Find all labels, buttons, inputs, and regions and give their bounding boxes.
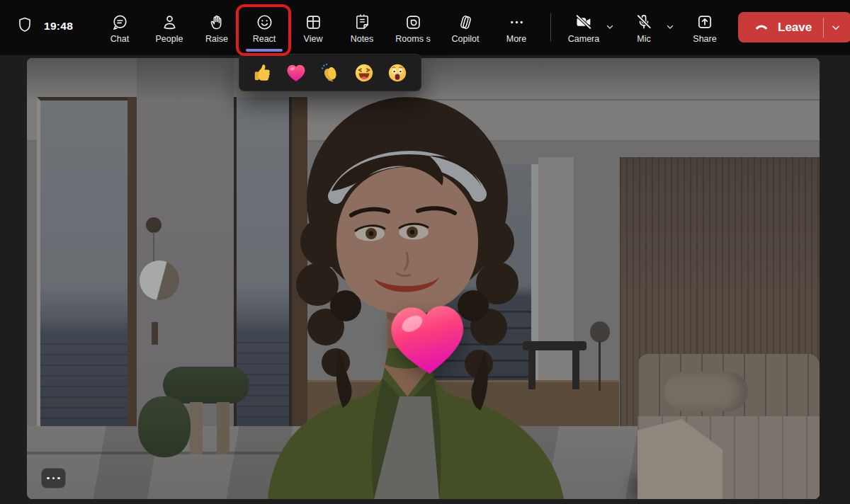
meeting-timer: 19:48 <box>44 20 73 33</box>
wall-art-cord <box>153 232 154 262</box>
sofa-arm-cushion <box>664 372 748 411</box>
more-ellipsis-icon <box>507 11 526 33</box>
lounge-chair-leg <box>190 402 203 454</box>
raise-hand-button[interactable]: Raise <box>194 0 239 55</box>
copilot-label: Copilot <box>452 34 480 44</box>
react-button[interactable]: React <box>239 0 289 55</box>
people-icon <box>160 11 179 33</box>
meeting-toolbar: 19:48 Chat People Raise <box>0 0 850 55</box>
participant-video-tile <box>27 58 820 499</box>
raise-hand-icon <box>208 11 227 33</box>
view-label: View <box>304 34 323 44</box>
clap-emoji[interactable] <box>319 62 341 84</box>
share-icon <box>695 11 715 33</box>
teams-meeting-window: 19:48 Chat People Raise <box>0 0 850 504</box>
dot <box>52 477 55 480</box>
chat-button[interactable]: Chat <box>95 0 144 55</box>
window-wood-trim <box>128 97 137 454</box>
wall-art-disc <box>140 260 179 300</box>
view-button[interactable]: View <box>289 0 337 55</box>
reactions-popup <box>239 54 421 91</box>
react-active-underline <box>246 49 283 52</box>
shield-icon <box>16 16 34 37</box>
camera-label: Camera <box>568 34 599 44</box>
share-button[interactable]: Share <box>684 0 725 55</box>
window-left <box>37 97 128 454</box>
notes-button[interactable]: Notes <box>337 0 387 55</box>
surprised-emoji[interactable] <box>387 62 408 84</box>
copilot-icon <box>456 11 475 33</box>
mic-button[interactable]: Mic <box>623 0 664 55</box>
sofa <box>638 354 820 499</box>
leave-button[interactable]: Leave <box>738 12 850 42</box>
rooms-button[interactable]: Rooms s <box>387 0 439 55</box>
tile-more-options-button[interactable] <box>41 468 66 488</box>
mic-muted-icon <box>634 11 654 33</box>
camera-button[interactable]: Camera <box>563 0 604 55</box>
react-smiley-icon <box>255 11 274 33</box>
toolbar-buttons: Chat People Raise React <box>95 0 541 55</box>
heart-reaction-overlay <box>382 295 473 383</box>
copilot-button[interactable]: Copilot <box>439 0 492 55</box>
rooms-label: Rooms s <box>395 34 430 44</box>
dot <box>47 477 50 480</box>
more-label: More <box>506 34 526 44</box>
notes-icon <box>353 11 372 33</box>
leave-label: Leave <box>778 21 812 35</box>
view-grid-icon <box>304 11 323 33</box>
avatar-person <box>261 93 579 499</box>
lounge-chair-leg <box>217 402 230 454</box>
wall-art-dot <box>146 217 162 233</box>
notes-label: Notes <box>351 34 374 44</box>
dot <box>57 477 60 480</box>
wall-art-pendulum <box>152 322 158 345</box>
rooms-icon <box>404 11 423 33</box>
camera-dropdown-chevron-icon[interactable] <box>603 20 617 34</box>
floor-lamp-head <box>590 321 610 343</box>
heart-emoji[interactable] <box>285 62 307 84</box>
floor-lamp-pole <box>599 341 601 391</box>
raise-label: Raise <box>205 34 228 44</box>
more-button[interactable]: More <box>492 0 541 55</box>
toolbar-left-section: 19:48 <box>16 16 73 37</box>
laughing-emoji[interactable] <box>353 62 375 84</box>
chat-label: Chat <box>110 34 129 44</box>
mic-label: Mic <box>637 34 650 44</box>
thumbs-up-emoji[interactable] <box>252 62 273 84</box>
leave-dropdown-chevron-icon[interactable] <box>824 23 848 33</box>
react-label: React <box>253 34 276 44</box>
chat-icon <box>110 11 130 33</box>
toolbar-divider <box>550 13 551 42</box>
mic-dropdown-chevron-icon[interactable] <box>663 20 677 34</box>
hangup-phone-icon <box>752 17 771 38</box>
lounge-chair-seat <box>138 396 191 457</box>
camera-off-icon <box>574 11 594 33</box>
share-label: Share <box>693 34 716 44</box>
people-button[interactable]: People <box>144 0 194 55</box>
people-label: People <box>156 34 183 44</box>
